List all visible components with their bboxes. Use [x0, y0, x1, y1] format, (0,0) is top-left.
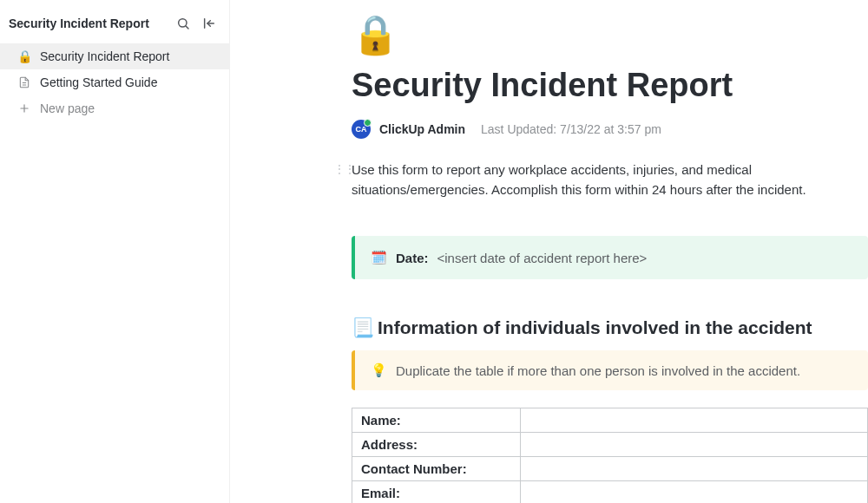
intro-block[interactable]: ⋮⋮ Use this form to report any workplace… — [352, 160, 868, 200]
table-label: Email: — [352, 481, 521, 503]
sidebar-header: Security Incident Report — [0, 12, 229, 43]
drag-handle-icon[interactable]: ⋮⋮ — [334, 163, 355, 175]
date-placeholder[interactable]: <insert date of accident report here> — [437, 251, 648, 265]
document-content: 🔒 Security Incident Report CA ClickUp Ad… — [352, 0, 868, 503]
sidebar-item-security-incident-report[interactable]: 🔒 Security Incident Report — [0, 43, 229, 69]
author-avatar[interactable]: CA — [352, 120, 371, 139]
sidebar-header-icons — [175, 16, 217, 31]
table-row: Email: — [352, 481, 868, 503]
table-value[interactable] — [521, 433, 868, 457]
table-row: Contact Number: — [352, 457, 868, 481]
section-heading-individuals[interactable]: 📃Information of individuals involved in … — [352, 317, 868, 338]
search-icon[interactable] — [175, 16, 191, 31]
table-row: Name: — [352, 408, 868, 433]
date-callout[interactable]: 🗓️ Date: <insert date of accident report… — [352, 236, 868, 279]
table-label: Contact Number: — [352, 457, 521, 481]
sidebar-items: 🔒 Security Incident Report Getting Start… — [0, 43, 229, 121]
page-meta: CA ClickUp Admin Last Updated: 7/13/22 a… — [352, 120, 868, 139]
calendar-icon: 🗓️ — [371, 250, 387, 265]
sidebar-item-getting-started-guide[interactable]: Getting Started Guide — [0, 69, 229, 95]
page-icon[interactable]: 🔒 — [352, 16, 399, 54]
sidebar-item-label: Security Incident Report — [40, 49, 169, 63]
sidebar-title: Security Incident Report — [9, 16, 149, 30]
svg-line-1 — [186, 26, 188, 29]
page-icon-emoji: 📃 — [352, 317, 374, 338]
hint-callout[interactable]: 💡 Duplicate the table if more than one p… — [352, 350, 868, 390]
table-row: Address: — [352, 433, 868, 457]
intro-text[interactable]: Use this form to report any workplace ac… — [352, 160, 868, 200]
document-icon — [17, 76, 31, 88]
lightbulb-icon: 💡 — [371, 363, 387, 378]
plus-icon — [17, 102, 31, 114]
table-value[interactable] — [521, 408, 868, 433]
table-value[interactable] — [521, 481, 868, 503]
sidebar-item-label: Getting Started Guide — [40, 75, 157, 89]
author-name: ClickUp Admin — [379, 122, 465, 136]
date-label: Date: — [396, 251, 429, 265]
sidebar: Security Incident Report 🔒 Security Inci… — [0, 0, 230, 503]
collapse-sidebar-icon[interactable] — [201, 16, 217, 31]
lock-icon: 🔒 — [17, 49, 31, 63]
table-label: Address: — [352, 433, 521, 457]
table-label: Name: — [352, 408, 521, 433]
individuals-table[interactable]: Name: Address: Contact Number: Email: De… — [352, 408, 868, 503]
sidebar-item-label: New page — [40, 101, 95, 115]
sidebar-item-new-page[interactable]: New page — [0, 95, 229, 121]
last-updated: Last Updated: 7/13/22 at 3:57 pm — [481, 122, 661, 136]
hint-text: Duplicate the table if more than one per… — [396, 363, 800, 378]
page-title[interactable]: Security Incident Report — [352, 66, 868, 106]
main-content: 🔒 Security Incident Report CA ClickUp Ad… — [230, 0, 868, 503]
table-value[interactable] — [521, 457, 868, 481]
